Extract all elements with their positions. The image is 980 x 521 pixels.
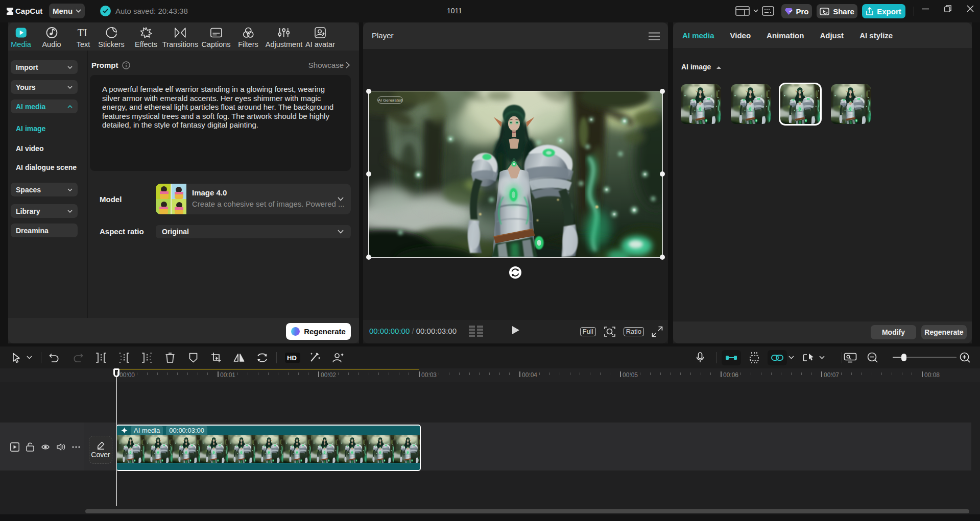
svg-text:HD: HD (287, 354, 297, 362)
svg-text:TI: TI (78, 27, 87, 38)
